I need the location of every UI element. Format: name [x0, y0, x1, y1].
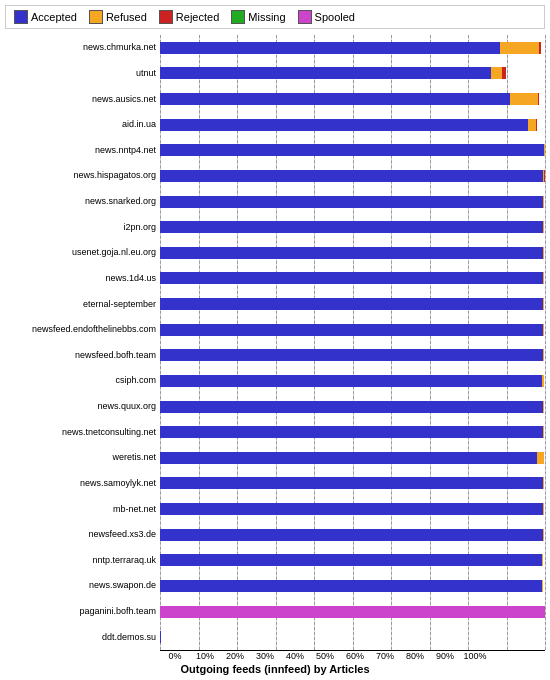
y-label: aid.in.ua — [5, 120, 156, 129]
bar-segment-refused — [491, 67, 502, 79]
legend-color-accepted — [14, 10, 28, 24]
bar-segment-accepted — [160, 247, 543, 259]
bar-segment-accepted — [160, 375, 542, 387]
bar-row: 677610 — [160, 317, 545, 343]
y-label: newsfeed.bofh.team — [5, 351, 156, 360]
bar-segment-refused — [543, 298, 544, 310]
bar-segment-accepted — [160, 503, 543, 515]
bar-track — [160, 452, 545, 464]
bar-track — [160, 529, 545, 541]
gridline — [545, 35, 546, 650]
y-label: news.samoylyk.net — [5, 479, 156, 488]
bar-row: 96790 — [160, 599, 545, 625]
bar-segment-refused — [544, 144, 545, 156]
bars-section: news.chmurka.netutnutnews.ausics.netaid.… — [5, 35, 545, 650]
bar-segment-rejected — [536, 119, 537, 131]
bar-segment-spooled — [160, 606, 545, 618]
x-axis-label: 10% — [190, 651, 220, 661]
x-axis-label: 20% — [220, 651, 250, 661]
bar-segment-rejected — [538, 93, 539, 105]
bar-segment-refused — [537, 452, 544, 464]
y-label: news.snarked.org — [5, 197, 156, 206]
bar-track — [160, 375, 545, 387]
y-label: ddt.demos.su — [5, 633, 156, 642]
bar-track — [160, 221, 545, 233]
bar-segment-refused — [542, 375, 544, 387]
y-label: news.ausics.net — [5, 95, 156, 104]
bar-track — [160, 401, 545, 413]
bar-track — [160, 119, 545, 131]
bar-segment-accepted — [160, 42, 500, 54]
bar-segment-accepted — [160, 401, 543, 413]
bar-row: 10432 — [160, 573, 545, 599]
bar-row: 655411 — [160, 240, 545, 266]
bar-row: 698010 — [160, 394, 545, 420]
legend-item-missing: Missing — [231, 10, 285, 24]
bar-row: 697713 — [160, 189, 545, 215]
bar-row: 678612 — [160, 214, 545, 240]
bar-track — [160, 93, 545, 105]
legend-item-spooled: Spooled — [298, 10, 355, 24]
x-axis-label: 40% — [280, 651, 310, 661]
bar-row: 340 — [160, 624, 545, 650]
bar-segment-refused — [543, 529, 544, 541]
bar-segment-accepted — [160, 580, 542, 592]
bar-segment-rejected — [539, 42, 541, 54]
bar-segment-accepted — [160, 272, 543, 284]
bar-segment-refused — [543, 272, 544, 284]
bar-segment-accepted — [160, 529, 543, 541]
bar-segment-refused — [510, 93, 538, 105]
bar-track — [160, 144, 545, 156]
y-labels: news.chmurka.netutnutnews.ausics.netaid.… — [5, 35, 160, 650]
bar-track — [160, 631, 545, 643]
bar-segment-accepted — [160, 631, 161, 643]
bar-segment-refused — [543, 477, 544, 489]
bar-row: 612910 — [160, 471, 545, 497]
bar-segment-refused — [542, 554, 543, 566]
bar-track — [160, 477, 545, 489]
y-label: news.hispagatos.org — [5, 171, 156, 180]
bar-segment-refused — [528, 119, 536, 131]
legend-item-accepted: Accepted — [14, 10, 77, 24]
bar-segment-refused — [542, 580, 543, 592]
y-label: utnut — [5, 69, 156, 78]
y-label: news.tnetconsulting.net — [5, 428, 156, 437]
bar-row: 69779 — [160, 522, 545, 548]
y-label: i2pn.org — [5, 223, 156, 232]
bar-track — [160, 580, 545, 592]
bar-row: 7040169 — [160, 112, 545, 138]
x-axis-label: 90% — [430, 651, 460, 661]
bars-container: 6844265670409166194508704016991021791601… — [160, 35, 545, 650]
bar-segment-rejected — [502, 67, 506, 79]
y-label: usenet.goja.nl.eu.org — [5, 248, 156, 257]
legend-label-rejected: Rejected — [176, 11, 219, 23]
chart-area: news.chmurka.netutnutnews.ausics.netaid.… — [5, 35, 545, 675]
legend-item-refused: Refused — [89, 10, 147, 24]
legend-label-missing: Missing — [248, 11, 285, 23]
y-label: eternal-september — [5, 300, 156, 309]
y-label: newsfeed.xs3.de — [5, 530, 156, 539]
legend-color-spooled — [298, 10, 312, 24]
x-axis-label: 70% — [370, 651, 400, 661]
bar-segment-accepted — [160, 324, 543, 336]
x-axis-title: Outgoing feeds (innfeed) by Articles — [5, 663, 545, 675]
bar-row: 490510 — [160, 291, 545, 317]
chart-container: AcceptedRefusedRejectedMissingSpooled ne… — [0, 0, 550, 680]
bar-segment-refused — [543, 503, 544, 515]
bar-track — [160, 196, 545, 208]
bar-track — [160, 349, 545, 361]
y-label: news.quux.org — [5, 402, 156, 411]
bar-segment-accepted — [160, 298, 543, 310]
y-label: csiph.com — [5, 376, 156, 385]
bar-segment-accepted — [160, 554, 542, 566]
bar-track — [160, 298, 545, 310]
bar-row: 693611 — [160, 266, 545, 292]
bar-row: 703010 — [160, 368, 545, 394]
bar-row: 910217 — [160, 138, 545, 164]
bar-segment-refused — [543, 401, 544, 413]
bar-segment-accepted — [160, 426, 543, 438]
bar-track — [160, 42, 545, 54]
bar-row: 685010 — [160, 496, 545, 522]
bar-segment-accepted — [160, 170, 543, 182]
legend-color-refused — [89, 10, 103, 24]
